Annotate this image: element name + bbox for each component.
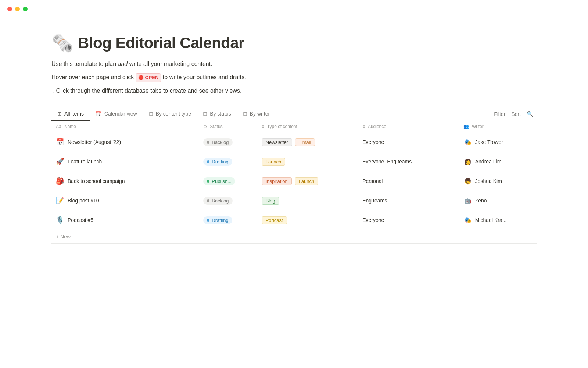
content-type-tag: Newsletter — [262, 138, 292, 146]
audience-cell: Eng teams — [362, 198, 455, 204]
status-badge: Backlog — [203, 197, 232, 205]
content-type-tag: Podcast — [262, 216, 287, 224]
tabs-list: ⊞ All items 📅 Calendar view ⊞ By content… — [51, 107, 276, 121]
col-header-type: ≡ Type of content — [257, 121, 358, 132]
audience-cell: Personal — [362, 178, 455, 184]
table-header-row: Aa Name ⊙ Status ≡ Type of content ≡ Aud… — [51, 121, 537, 132]
col-header-writer: 👥 Writer — [459, 121, 537, 132]
table-row[interactable]: 🎒 Back to school campaign Publish... Ins… — [51, 171, 537, 191]
row-name-cell: 🚀 Feature launch — [56, 158, 194, 166]
traffic-lights — [0, 0, 588, 18]
status-badge: Backlog — [203, 138, 232, 146]
row-name-cell: 📅 Newsletter (August '22) — [56, 138, 194, 146]
col-header-name: Aa Name — [51, 121, 199, 132]
content-type-tag: Email — [295, 138, 315, 146]
content-type-tag: Launch — [262, 158, 286, 166]
writer-cell: 👩 Andrea Lim — [463, 157, 532, 166]
content-type-tag: Blog — [262, 197, 279, 205]
table2-icon: ⊞ — [243, 111, 247, 117]
columns-icon: ⊟ — [203, 111, 207, 117]
table-row[interactable]: 🎙️ Podcast #5 Drafting Podcast — [51, 210, 537, 230]
grid-icon: ⊞ — [149, 111, 153, 117]
table-row[interactable]: 📅 Newsletter (August '22) Backlog Newsle… — [51, 132, 537, 152]
row-name-cell: 📝 Blog post #10 — [56, 197, 194, 205]
row-name-cell: 🎙️ Podcast #5 — [56, 216, 194, 224]
table-icon: ⊞ — [57, 111, 62, 117]
page-title: Blog Editorial Calendar — [78, 34, 244, 52]
page-description: Use this template to plan and write all … — [51, 59, 537, 69]
tab-calendar-view[interactable]: 📅 Calendar view — [90, 107, 143, 121]
avatar: 🎭 — [463, 216, 472, 224]
status-dot — [207, 180, 209, 183]
status-badge: Drafting — [203, 158, 232, 166]
add-row-label: + New — [56, 234, 71, 240]
content-type-tag: Inspiration — [262, 177, 292, 185]
sort-button[interactable]: Sort — [511, 111, 521, 117]
status-dot — [207, 160, 209, 163]
minimize-button[interactable] — [15, 7, 20, 11]
writer-cell: 🤖 Zeno — [463, 196, 532, 205]
avatar: 🤖 — [463, 196, 472, 205]
tab-by-content-type[interactable]: ⊞ By content type — [143, 107, 197, 121]
tab-all-items[interactable]: ⊞ All items — [51, 107, 90, 121]
tabs-row: ⊞ All items 📅 Calendar view ⊞ By content… — [51, 107, 537, 121]
maximize-button[interactable] — [23, 7, 28, 11]
writer-cell: 👦 Joshua Kim — [463, 177, 532, 185]
add-row[interactable]: + New — [51, 230, 537, 244]
page-header: 🗞️ Blog Editorial Calendar — [51, 33, 537, 53]
tab-by-writer[interactable]: ⊞ By writer — [237, 107, 276, 121]
col-header-status: ⊙ Status — [199, 121, 257, 132]
writer-cell: 🎭 Michael Kra... — [463, 216, 532, 224]
filter-button[interactable]: Filter — [494, 111, 505, 117]
col-header-audience: ≡ Audience — [358, 121, 459, 132]
status-dot — [207, 219, 209, 222]
table-row[interactable]: 📝 Blog post #10 Backlog Blog — [51, 191, 537, 210]
avatar: 👦 — [463, 177, 472, 185]
page-instruction2: ↓ Click through the different database t… — [51, 86, 537, 96]
main-content: 🗞️ Blog Editorial Calendar Use this temp… — [0, 18, 588, 258]
search-button[interactable]: 🔍 — [527, 111, 534, 117]
writer-cell: 🎭 Jake Trower — [463, 138, 532, 146]
toolbar-actions: Filter Sort 🔍 — [494, 111, 537, 117]
audience-cell: Everyone Eng teams — [362, 159, 455, 164]
page-instruction1: Hover over each page and click 🔴OPEN to … — [51, 72, 537, 82]
avatar: 👩 — [463, 157, 472, 166]
open-badge: 🔴OPEN — [136, 73, 161, 82]
tab-by-status[interactable]: ⊟ By status — [197, 107, 237, 121]
audience-cell: Everyone — [362, 217, 455, 223]
table-row[interactable]: 🚀 Feature launch Drafting Launch — [51, 152, 537, 171]
content-type-tag: Launch — [295, 177, 319, 185]
page-icon: 🗞️ — [51, 33, 74, 53]
status-dot — [207, 199, 209, 202]
row-name-cell: 🎒 Back to school campaign — [56, 177, 194, 185]
status-badge: Drafting — [203, 216, 232, 224]
audience-cell: Everyone — [362, 139, 455, 145]
status-dot — [207, 141, 209, 144]
status-badge: Publish... — [203, 177, 235, 185]
database-table: Aa Name ⊙ Status ≡ Type of content ≡ Aud… — [51, 121, 537, 244]
calendar-icon: 📅 — [96, 111, 102, 117]
avatar: 🎭 — [463, 138, 472, 146]
close-button[interactable] — [7, 7, 12, 11]
